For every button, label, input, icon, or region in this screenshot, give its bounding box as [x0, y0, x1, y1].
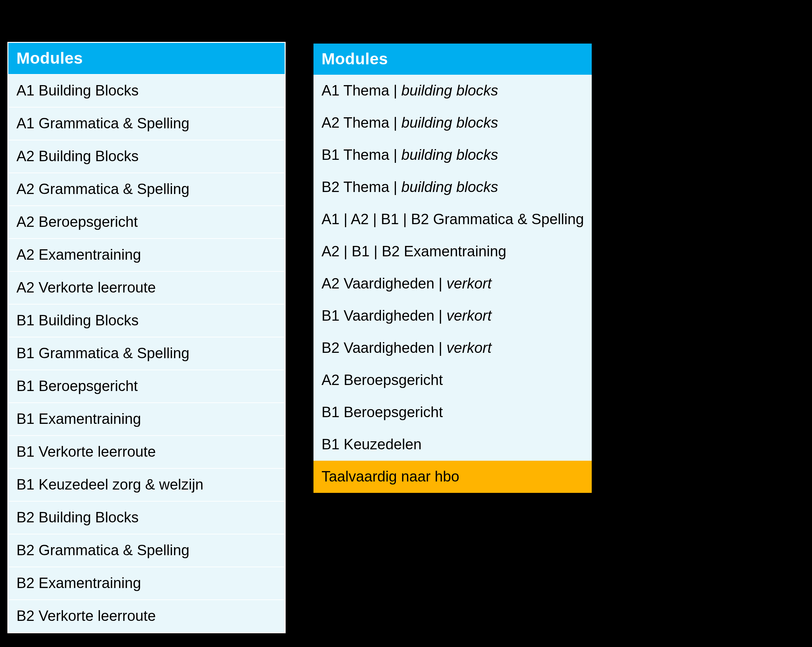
row-text: B2 Grammatica & Spelling [17, 542, 189, 558]
module-row: A2 | B1 | B2 Examentraining [313, 236, 592, 268]
modules-panel-left: Modules A1 Building BlocksA1 Grammatica … [8, 42, 285, 633]
panel-rows: A1 Building BlocksA1 Grammatica & Spelli… [8, 74, 285, 632]
module-row-highlight: Taalvaardig naar hbo [313, 461, 592, 493]
module-row: B1 Grammatica & Spelling [8, 337, 285, 370]
row-text: A1 Building Blocks [17, 82, 139, 99]
row-text: B1 Building Blocks [17, 312, 139, 328]
row-text: A2 Building Blocks [17, 148, 139, 164]
row-text: verkort [447, 275, 491, 291]
row-text: A2 | B1 | B2 Examentraining [322, 243, 506, 259]
row-text: A2 Grammatica & Spelling [17, 181, 189, 197]
module-row: A2 Examentraining [8, 238, 285, 271]
module-row: A2 Thema | building blocks [313, 107, 592, 139]
module-row: B1 Keuzedelen [313, 429, 592, 461]
row-text: B1 Verkorte leerroute [17, 443, 156, 460]
module-row: B2 Building Blocks [8, 501, 285, 534]
row-text: building blocks [401, 82, 498, 99]
row-text: A2 Vaardigheden | [322, 275, 447, 291]
row-text: B1 Examentraining [17, 411, 141, 427]
module-row: A2 Vaardigheden | verkort [313, 268, 592, 300]
modules-panel-right: Modules A1 Thema | building blocksA2 The… [313, 44, 592, 493]
row-text: B1 Grammatica & Spelling [17, 345, 189, 361]
module-row: A1 | A2 | B1 | B2 Grammatica & Spelling [313, 203, 592, 236]
row-text: Taalvaardig naar hbo [322, 468, 459, 484]
module-row: B2 Vaardigheden | verkort [313, 332, 592, 364]
row-text: B1 Beroepsgericht [17, 378, 138, 394]
module-row: A1 Thema | building blocks [313, 75, 592, 107]
panel-rows: A1 Thema | building blocksA2 Thema | bui… [313, 75, 592, 493]
row-text: A2 Thema | [322, 114, 401, 131]
row-text: B1 Vaardigheden | [322, 307, 447, 324]
row-text: B1 Thema | [322, 146, 401, 163]
row-text: B2 Thema | [322, 178, 401, 195]
row-text: verkort [447, 307, 491, 324]
row-text: A1 Grammatica & Spelling [17, 115, 189, 131]
row-text: building blocks [401, 114, 498, 131]
module-row: B1 Beroepsgericht [8, 370, 285, 402]
module-row: A2 Grammatica & Spelling [8, 172, 285, 206]
module-row: A2 Verkorte leerroute [8, 271, 285, 304]
row-text: B2 Examentraining [17, 575, 141, 591]
module-row: B1 Thema | building blocks [313, 139, 592, 171]
module-row: B1 Building Blocks [8, 304, 285, 337]
module-row: B2 Examentraining [8, 566, 285, 600]
module-row: A1 Building Blocks [8, 74, 285, 107]
module-row: A2 Beroepsgericht [313, 364, 592, 396]
row-text: B1 Keuzedelen [322, 436, 421, 452]
row-text: B2 Verkorte leerroute [17, 607, 156, 624]
panel-header: Modules [8, 43, 285, 74]
module-row: A1 Grammatica & Spelling [8, 107, 285, 140]
row-text: A1 Thema | [322, 82, 401, 99]
module-row: B2 Verkorte leerroute [8, 600, 285, 632]
row-text: verkort [447, 339, 491, 356]
row-text: A2 Examentraining [17, 246, 141, 263]
row-text: B1 Beroepsgericht [322, 404, 443, 420]
panel-header: Modules [313, 44, 592, 75]
row-text: B2 Building Blocks [17, 509, 139, 525]
module-row: B1 Keuzedeel zorg & welzijn [8, 468, 285, 501]
module-row: B2 Grammatica & Spelling [8, 534, 285, 566]
row-text: building blocks [401, 178, 498, 195]
row-text: B1 Keuzedeel zorg & welzijn [17, 476, 203, 493]
row-text: A2 Verkorte leerroute [17, 279, 156, 295]
row-text: A1 | A2 | B1 | B2 Grammatica & Spelling [322, 211, 584, 227]
row-text: building blocks [401, 146, 498, 163]
module-row: B2 Thema | building blocks [313, 171, 592, 203]
row-text: B2 Vaardigheden | [322, 339, 447, 356]
row-text: A2 Beroepsgericht [322, 371, 443, 388]
row-text: A2 Beroepsgericht [17, 213, 138, 230]
module-row: A2 Beroepsgericht [8, 206, 285, 238]
module-row: B1 Vaardigheden | verkort [313, 300, 592, 332]
module-row: B1 Examentraining [8, 402, 285, 435]
module-row: B1 Beroepsgericht [313, 396, 592, 429]
module-row: A2 Building Blocks [8, 140, 285, 172]
module-row: B1 Verkorte leerroute [8, 435, 285, 468]
